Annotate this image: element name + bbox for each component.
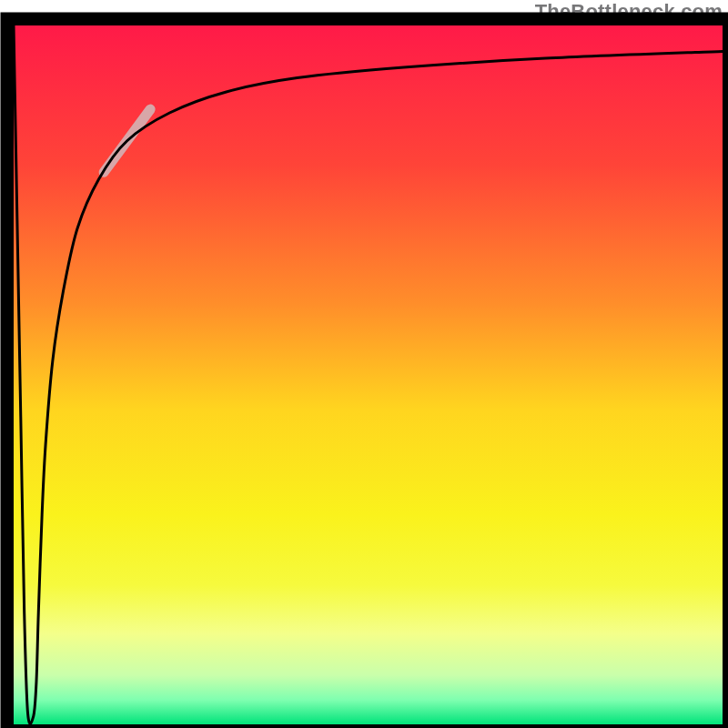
plot-background <box>14 25 723 724</box>
chart-stage: TheBottleneck.com <box>0 0 728 728</box>
bottleneck-chart <box>0 0 728 728</box>
